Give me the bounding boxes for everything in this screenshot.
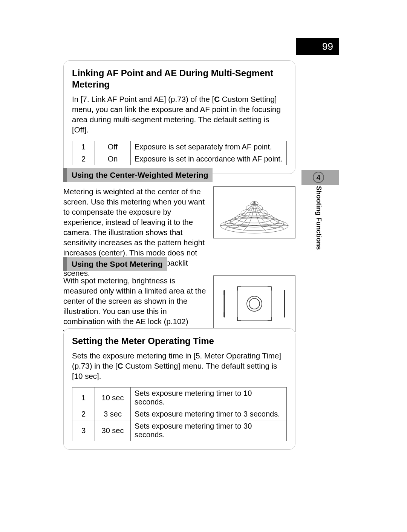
box-link-af-ae: Linking AF Point and AE During Multi-Seg… [63, 60, 295, 174]
table-row: 2 3 sec Sets exposure metering timer to … [72, 408, 287, 420]
table-row: 1 Off Exposure is set separately from AF… [72, 141, 287, 153]
svg-point-5 [246, 204, 263, 211]
cell-index: 2 [72, 408, 95, 420]
cell-desc: Sets exposure metering timer to 10 secon… [131, 387, 287, 408]
box1-title: Linking AF Point and AE During Multi-Seg… [72, 68, 287, 90]
cell-value: Off [95, 141, 131, 153]
box1-desc-pre: In [7. Link AF Point and AE] (p.73) of t… [72, 95, 214, 103]
box1-description: In [7. Link AF Point and AE] (p.73) of t… [72, 94, 287, 135]
cell-index: 2 [72, 153, 95, 165]
cell-value: 10 sec [95, 387, 131, 408]
custom-setting-symbol: C [214, 95, 220, 103]
chapter-tab: 4 Shooting Functions [298, 172, 339, 250]
heading-spot: Using the Spot Metering [63, 257, 167, 271]
illustration-center-weighted [213, 186, 295, 238]
cell-value: 3 sec [95, 408, 131, 420]
page-number: 99 [322, 41, 333, 52]
cell-value: 30 sec [95, 420, 131, 441]
heading-center-weighted: Using the Center-Weighted Metering [63, 168, 213, 182]
cell-desc: Exposure is set separately from AF point… [131, 141, 287, 153]
cell-value: On [95, 153, 131, 165]
cell-desc: Sets exposure metering timer to 30 secon… [131, 420, 287, 441]
cell-index: 1 [72, 141, 95, 153]
box2-title: Setting the Meter Operating Time [72, 335, 287, 347]
cell-desc: Exposure is set in accordance with AF po… [131, 153, 287, 165]
chapter-number-badge: 4 [313, 172, 324, 183]
chapter-label: Shooting Functions [315, 186, 323, 250]
cell-index: 1 [72, 387, 95, 408]
box1-options-table: 1 Off Exposure is set separately from AF… [72, 141, 287, 165]
spot-viewfinder-icon [217, 279, 292, 328]
center-weighted-mesh-icon [217, 190, 292, 235]
table-row: 2 On Exposure is set in accordance with … [72, 153, 287, 165]
custom-setting-symbol: C [118, 361, 123, 370]
box-meter-operating-time: Setting the Meter Operating Time Sets th… [63, 328, 295, 450]
cell-index: 3 [72, 420, 95, 441]
box2-description: Sets the exposure metering time in [5. M… [72, 351, 287, 381]
illustration-spot [213, 275, 295, 332]
svg-point-8 [249, 298, 260, 309]
cell-desc: Sets exposure metering timer to 3 second… [131, 408, 287, 420]
table-row: 1 10 sec Sets exposure metering timer to… [72, 387, 287, 408]
table-row: 3 30 sec Sets exposure metering timer to… [72, 420, 287, 441]
box2-options-table: 1 10 sec Sets exposure metering timer to… [72, 387, 287, 441]
